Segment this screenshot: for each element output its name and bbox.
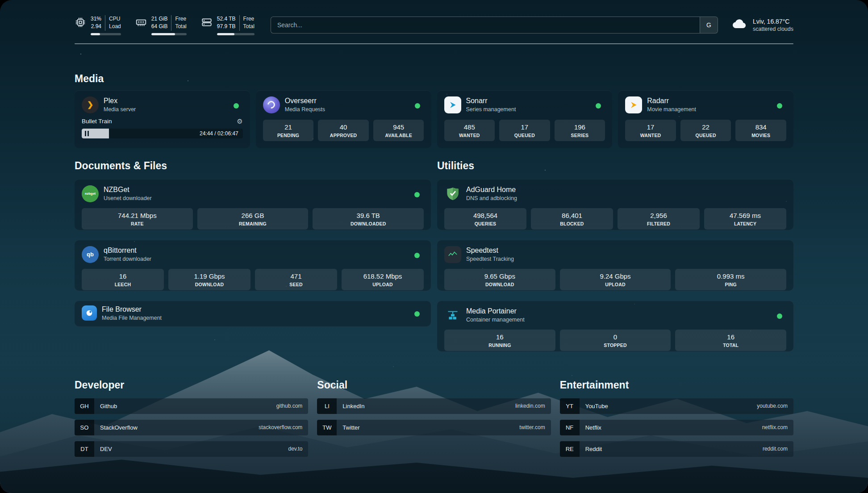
ram-icon bbox=[135, 17, 147, 28]
service-subtitle: Media File Management bbox=[102, 315, 162, 321]
search-input[interactable] bbox=[271, 17, 700, 33]
service-name: AdGuard Home bbox=[466, 186, 517, 194]
bookmark-github[interactable]: GH Github github.com bbox=[75, 398, 308, 414]
bookmark-name: StackOverflow bbox=[94, 424, 259, 431]
stat-box: 21 PENDING bbox=[263, 120, 314, 141]
service-name: Sonarr bbox=[466, 97, 516, 105]
bookmark-twitter[interactable]: TW Twitter twitter.com bbox=[317, 420, 551, 435]
search-engine-button[interactable]: G bbox=[700, 17, 718, 33]
stat-box: 471 SEED bbox=[255, 269, 337, 290]
bookmark-netflix[interactable]: NF Netflix netflix.com bbox=[560, 420, 793, 435]
cpu-load: 2.94 bbox=[91, 23, 101, 30]
stat-box: 17 QUEUED bbox=[499, 120, 550, 141]
dashboard-screen: 31% 2.94 CPU Load bbox=[0, 0, 868, 493]
stat-box: 22 QUEUED bbox=[680, 120, 731, 141]
service-subtitle: Torrent downloader bbox=[104, 256, 151, 262]
bookmark-name: DEV bbox=[94, 446, 288, 452]
stat-box: 1.19 Gbps DOWNLOAD bbox=[168, 269, 250, 290]
overseerr-icon bbox=[263, 96, 280, 113]
bookmark-abbr: GH bbox=[75, 398, 94, 414]
bookmark-dev[interactable]: DT DEV dev.to bbox=[75, 441, 308, 457]
bookmark-name: Twitter bbox=[337, 424, 519, 431]
stat-box: 9.24 Gbps UPLOAD bbox=[560, 269, 671, 290]
bookmarks-area: Developer GH Github github.com SO StackO… bbox=[75, 379, 793, 463]
stat-box: 498,564 QUERIES bbox=[444, 208, 526, 230]
disk-icon bbox=[201, 17, 213, 28]
status-dot bbox=[234, 103, 239, 109]
status-dot bbox=[414, 311, 420, 317]
two-column-area: Documents & Files nzbget NZBGet Usenet d… bbox=[75, 160, 793, 361]
bookmark-reddit[interactable]: RE Reddit reddit.com bbox=[560, 441, 793, 457]
service-card-overseerr[interactable]: Overseerr Media Requests 21 PENDING 40 A… bbox=[256, 90, 431, 148]
service-card-portainer[interactable]: Media Portainer Container management 16 … bbox=[437, 301, 793, 351]
service-subtitle: Media server bbox=[104, 106, 136, 113]
stat-box: 266 GB REMAINING bbox=[197, 208, 309, 230]
bookmark-abbr: DT bbox=[75, 441, 94, 457]
ram-free-label: Free bbox=[175, 15, 186, 23]
bookmark-url: twitter.com bbox=[519, 424, 551, 430]
bookmark-url: reddit.com bbox=[763, 446, 793, 452]
cpu-monitor: 31% 2.94 CPU Load bbox=[75, 15, 121, 35]
weather-location: Lviv, 16.87°C bbox=[753, 18, 793, 25]
bookmark-abbr: TW bbox=[317, 420, 337, 435]
bookmark-name: Netflix bbox=[580, 424, 762, 431]
status-dot bbox=[596, 103, 601, 109]
stat-box: 485 WANTED bbox=[444, 120, 495, 141]
stat-box: 618.52 Mbps UPLOAD bbox=[342, 269, 424, 290]
status-dot bbox=[414, 253, 420, 258]
sonarr-icon bbox=[444, 96, 461, 113]
service-name: Media Portainer bbox=[466, 307, 525, 315]
section-title-media: Media bbox=[75, 73, 793, 85]
weather-condition: scattered clouds bbox=[753, 26, 793, 32]
gear-icon[interactable]: ⚙ bbox=[237, 117, 242, 125]
bookmark-url: netflix.com bbox=[762, 424, 793, 430]
media-cards-row: ❯ Plex Media server Bullet Train ⚙ 24:44… bbox=[75, 90, 793, 148]
filebrowser-icon bbox=[82, 305, 97, 321]
ram-free: 21 GiB bbox=[151, 15, 168, 23]
stat-box: 196 SERIES bbox=[555, 120, 605, 141]
service-subtitle: Speedtest Tracking bbox=[466, 256, 514, 262]
weather-widget[interactable]: Lviv, 16.87°C scattered clouds bbox=[731, 16, 793, 34]
service-name: Overseerr bbox=[285, 97, 325, 105]
playback-progress-bar[interactable]: 24:44 / 02:06:47 bbox=[82, 129, 243, 138]
service-name: qBittorrent bbox=[104, 246, 151, 255]
bookmark-url: linkedin.com bbox=[515, 403, 551, 409]
bookmark-name: Github bbox=[94, 403, 276, 409]
service-card-radarr[interactable]: Radarr Movie management 17 WANTED 22 QUE… bbox=[618, 90, 793, 148]
playback-time: 24:44 / 02:06:47 bbox=[200, 130, 238, 137]
pause-icon[interactable] bbox=[85, 131, 89, 136]
disk-monitor: 52.4 TB 97.9 TB Free Total bbox=[201, 15, 255, 35]
service-card-qbittorrent[interactable]: qb qBittorrent Torrent downloader 16 LEE… bbox=[75, 240, 431, 291]
status-dot bbox=[777, 103, 782, 109]
stat-box: 834 MOVIES bbox=[735, 120, 786, 141]
service-name: Speedtest bbox=[466, 246, 514, 255]
bookmark-abbr: LI bbox=[317, 398, 337, 414]
service-card-adguard[interactable]: AdGuard Home DNS and adblocking 498,564 … bbox=[437, 179, 793, 230]
service-card-filebrowser[interactable]: File Browser Media File Management bbox=[75, 301, 431, 326]
disk-readout: 52.4 TB 97.9 TB Free Total bbox=[217, 15, 255, 35]
qbittorrent-icon: qb bbox=[82, 246, 99, 263]
stat-box: 17 WANTED bbox=[625, 120, 676, 141]
status-dot bbox=[414, 192, 420, 197]
disk-free: 52.4 TB bbox=[217, 15, 236, 23]
status-dot bbox=[777, 313, 782, 319]
service-subtitle: Usenet downloader bbox=[104, 195, 152, 201]
disk-progress-bar bbox=[217, 33, 255, 35]
disk-total-label: Total bbox=[243, 23, 255, 30]
stat-box: 2,956 FILTERED bbox=[618, 208, 700, 230]
service-card-speedtest[interactable]: Speedtest Speedtest Tracking 9.65 Gbps D… bbox=[437, 240, 793, 291]
nzbget-icon: nzbget bbox=[82, 185, 99, 202]
bookmark-column-developer: Developer GH Github github.com SO StackO… bbox=[75, 379, 308, 463]
bookmark-abbr: SO bbox=[75, 420, 94, 435]
service-card-plex[interactable]: ❯ Plex Media server Bullet Train ⚙ 24:44… bbox=[75, 90, 250, 148]
service-card-nzbget[interactable]: nzbget NZBGet Usenet downloader 744.21 M… bbox=[75, 179, 431, 230]
service-card-sonarr[interactable]: Sonarr Series management 485 WANTED 17 Q… bbox=[437, 90, 613, 148]
stat-box: 16 LEECH bbox=[82, 269, 164, 290]
cpu-label: CPU bbox=[109, 15, 121, 23]
bookmark-youtube[interactable]: YT YouTube youtube.com bbox=[560, 398, 793, 414]
bookmark-stackoverflow[interactable]: SO StackOverflow stackoverflow.com bbox=[75, 420, 308, 435]
service-subtitle: DNS and adblocking bbox=[466, 195, 517, 201]
bookmark-name: Reddit bbox=[580, 446, 763, 452]
bookmark-linkedin[interactable]: LI LinkedIn linkedin.com bbox=[317, 398, 551, 414]
bookmark-url: stackoverflow.com bbox=[259, 424, 308, 430]
